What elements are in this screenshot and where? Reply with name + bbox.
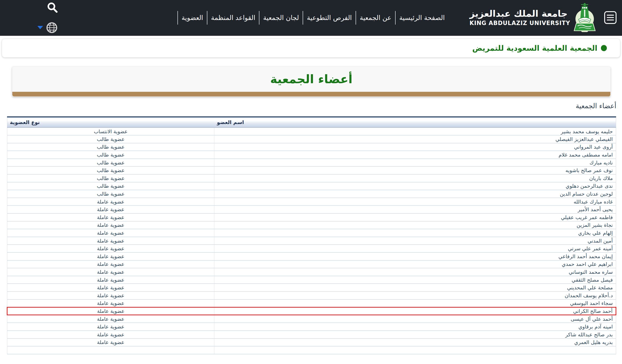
membership-type-cell: عضوية عاملة: [7, 284, 214, 291]
membership-type-cell: عضوية عاملة: [7, 252, 214, 260]
page-title: أعضاء الجمعية: [270, 72, 352, 91]
member-name-cell: سجاء احمد اليوسفي: [214, 299, 616, 307]
membership-type-cell: عضوية طالب: [7, 135, 214, 143]
member-name-cell: ساره محمد النوساني: [214, 268, 616, 276]
member-row: مصلحة علي المحدينيعضوية عاملة: [7, 284, 616, 291]
member-row: امينه آدم برقاويعضوية عاملة: [7, 323, 616, 331]
membership-type-cell: عضوية عاملة: [7, 276, 214, 284]
member-name-cell: يحيى أحمد الأمير: [214, 206, 616, 213]
member-row: غاده مبارك عبداللهعضوية عاملة: [7, 198, 616, 206]
member-row: ندى عبدالرحمن دهلويعضوية طالب: [7, 182, 616, 190]
member-name-cell: حليمه يوسف محمد بشير: [214, 128, 616, 135]
member-row: د.أحلام يوسف الحمدانعضوية عاملة: [7, 291, 616, 299]
nav-item-3[interactable]: لجان الجمعية: [259, 11, 303, 25]
member-row: الفيصلي عبدالعزيز الفيصليعضوية طالب: [7, 135, 616, 143]
member-name-cell: أحمد صالح الكراني: [214, 307, 616, 315]
membership-type-cell: عضوية طالب: [7, 159, 214, 167]
membership-type-cell: عضوية عاملة: [7, 221, 214, 229]
member-name-cell: امينه آدم برقاوي: [214, 323, 616, 331]
nav-item-1[interactable]: عن الجمعية: [356, 11, 395, 25]
membership-type-cell: عضوية عاملة: [7, 237, 214, 245]
member-row: بدريه هليل العمريعضوية عاملة: [7, 339, 616, 346]
member-row: أروى عيد المروانيعضوية طالب: [7, 143, 616, 151]
member-row: أحمد علي آل عيسىعضوية عاملة: [7, 315, 616, 323]
members-table: اسم العضو نوع العضوية حليمه يوسف محمد بش…: [7, 116, 616, 354]
membership-type-cell: عضوية الانتساب: [7, 128, 214, 135]
member-name-cell: أروى عيد المرواني: [214, 143, 616, 151]
member-row: ناديه مباركعضوية طالب: [7, 159, 616, 167]
member-name-cell: نوف عمر صالح باشويه: [214, 166, 616, 174]
logo-title-english: KING ABDULAZIZ UNIVERSITY: [469, 19, 570, 27]
member-name-cell: ابراهيم علي احمد حمدي: [214, 260, 616, 268]
table-header-row: اسم العضو نوع العضوية: [7, 117, 616, 128]
member-row: ساره محمد النوسانيعضوية عاملة: [7, 268, 616, 276]
member-row: نوف عمر صالح باشويهعضوية طالب: [7, 166, 616, 174]
member-row: إيمان محمد أحمد الرفاعيعضوية عاملة: [7, 252, 616, 260]
globe-language-icon: [46, 22, 58, 34]
nav-item-5[interactable]: العضوية: [177, 11, 207, 25]
member-name-cell: أمين المدني: [214, 237, 616, 245]
top-navbar: الصفحة الرئيسيةعن الجمعيةالفرص التطوعيةل…: [0, 0, 622, 36]
university-logo[interactable]: جامعة الملك عبدالعزيز KING ABDULAZIZ UNI…: [469, 2, 596, 33]
member-name-cell: إلهام علي بخاري: [214, 229, 616, 237]
membership-type-cell: عضوية عاملة: [7, 339, 214, 346]
green-dot-icon: [601, 45, 607, 51]
logo-text: جامعة الملك عبدالعزيز KING ABDULAZIZ UNI…: [469, 8, 570, 27]
member-name-cell: بدر صالح عبدالله شاكر: [214, 331, 616, 339]
nav-item-0[interactable]: الصفحة الرئيسية: [395, 11, 448, 25]
dropdown-triangle-icon: [37, 26, 43, 29]
society-title-bar: الجمعية العلمية السعودية للتمريض: [2, 39, 620, 57]
membership-type-cell: عضوية عاملة: [7, 260, 214, 268]
membership-type-cell: عضوية طالب: [7, 143, 214, 151]
language-selector[interactable]: [36, 22, 58, 33]
kau-emblem-icon: [573, 2, 596, 33]
member-name-cell: لوجين عدنان حسام الدين: [214, 190, 616, 198]
member-row: سجاء احمد اليوسفيعضوية عاملة: [7, 299, 616, 307]
logo-title-arabic: جامعة الملك عبدالعزيز: [469, 8, 570, 19]
member-name-cell: أحمد علي آل عيسى: [214, 315, 616, 323]
membership-type-cell: عضوية عاملة: [7, 331, 214, 339]
member-row-highlighted: أحمد صالح الكرانيعضوية عاملة: [7, 307, 616, 315]
member-row: حليمه يوسف محمد بشيرعضوية الانتساب: [7, 128, 616, 135]
membership-type-cell: عضوية طالب: [7, 166, 214, 174]
membership-type-cell: عضوية عاملة: [7, 268, 214, 276]
member-name-cell: فاطمه عمر غريب عقيلي: [214, 213, 616, 221]
section-heading: أعضاء الجمعية: [7, 102, 616, 110]
membership-type-cell: عضوية عاملة: [7, 206, 214, 213]
column-header-member-name: اسم العضو: [214, 117, 616, 128]
member-row: ابراهيم علي احمد حمديعضوية عاملة: [7, 260, 616, 268]
nav-item-4[interactable]: القواعد المنظمة: [207, 11, 259, 25]
column-header-membership-type: نوع العضوية: [7, 117, 214, 128]
member-name-cell: غاده مبارك عبدالله: [214, 198, 616, 206]
member-row-partial: [7, 346, 616, 354]
member-row: أمين المدنيعضوية عاملة: [7, 237, 616, 245]
member-row: فيصل مصلح الثقفيعضوية عاملة: [7, 276, 616, 284]
member-row: فاطمه عمر غريب عقيليعضوية عاملة: [7, 213, 616, 221]
member-name-cell: فيصل مصلح الثقفي: [214, 276, 616, 284]
nav-item-2[interactable]: الفرص التطوعية: [303, 11, 356, 25]
member-name-cell: الفيصلي عبدالعزيز الفيصلي: [214, 135, 616, 143]
member-name-cell: ملاك باريان: [214, 174, 616, 182]
hamburger-menu-icon[interactable]: [604, 11, 617, 24]
membership-type-cell: عضوية عاملة: [7, 315, 214, 323]
membership-type-cell: عضوية عاملة: [7, 245, 214, 252]
search-icon[interactable]: [46, 1, 58, 14]
member-name-cell: أمينه عمر علي سرتي: [214, 245, 616, 252]
membership-type-cell: [7, 346, 214, 354]
member-row: ملاك باريانعضوية طالب: [7, 174, 616, 182]
membership-type-cell: عضوية عاملة: [7, 299, 214, 307]
page-banner: أعضاء الجمعية: [12, 66, 611, 96]
membership-type-cell: عضوية عاملة: [7, 229, 214, 237]
membership-type-cell: عضوية عاملة: [7, 213, 214, 221]
member-name-cell: مصلحة علي المحديني: [214, 284, 616, 291]
member-row: نجاة بشير المزينعضوية عاملة: [7, 221, 616, 229]
membership-type-cell: عضوية عاملة: [7, 198, 214, 206]
member-name-cell: امامه مصطفى محمد غلام: [214, 151, 616, 159]
member-row: يحيى أحمد الأميرعضوية عاملة: [7, 206, 616, 213]
membership-type-cell: عضوية طالب: [7, 174, 214, 182]
member-row: أمينه عمر علي سرتيعضوية عاملة: [7, 245, 616, 252]
member-row: بدر صالح عبدالله شاكرعضوية عاملة: [7, 331, 616, 339]
member-name-cell: إيمان محمد أحمد الرفاعي: [214, 252, 616, 260]
membership-type-cell: عضوية عاملة: [7, 291, 214, 299]
member-name-cell: ناديه مبارك: [214, 159, 616, 167]
